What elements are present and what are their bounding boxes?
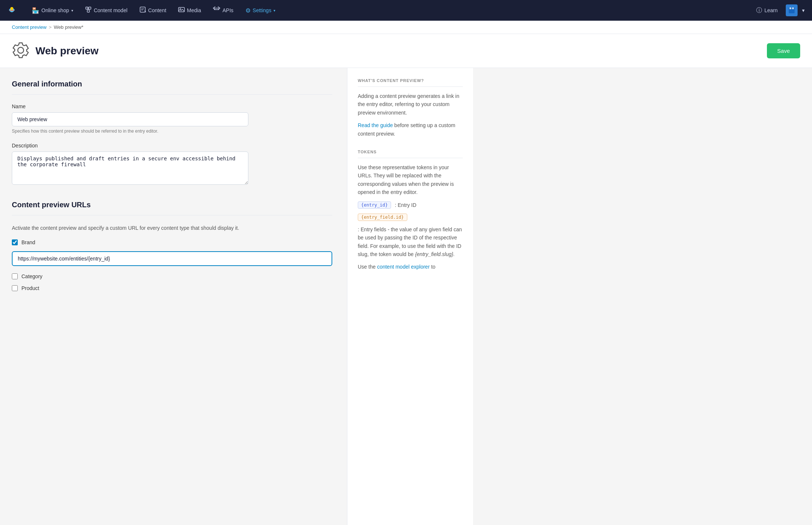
breadcrumb: Content preview > Web preview* <box>0 21 812 34</box>
nav-content-model[interactable]: Content model <box>80 3 133 17</box>
main-layout: General information Name Specifies how t… <box>0 68 812 525</box>
save-button[interactable]: Save <box>767 43 800 58</box>
svg-rect-3 <box>89 7 91 9</box>
read-guide-link[interactable]: Read the guide <box>358 122 393 128</box>
settings-gear-icon <box>12 41 30 60</box>
brand-checkbox-item: Brand <box>12 239 332 245</box>
content-preview-urls-title: Content preview URLs <box>12 201 332 215</box>
right-panel: WHAT'S CONTENT PREVIEW? Adding a content… <box>347 68 473 525</box>
content-model-explorer-link[interactable]: content model explorer <box>377 264 429 270</box>
name-hint: Specifies how this content preview shoul… <box>12 129 332 134</box>
entry-id-desc: : Entry ID <box>395 201 416 209</box>
info-circle-icon: ⓘ <box>756 7 762 14</box>
whats-content-preview-title: WHAT'S CONTENT PREVIEW? <box>358 78 463 87</box>
whats-content-preview-para1: Adding a content preview generates a lin… <box>358 92 463 117</box>
content-icon <box>139 6 146 14</box>
general-info-section: General information Name Specifies how t… <box>12 80 332 186</box>
brand-url-container <box>12 251 332 266</box>
urls-description: Activate the content preview and specify… <box>12 224 332 232</box>
svg-point-1 <box>10 7 13 10</box>
category-checkbox-item: Category <box>12 273 332 279</box>
svg-rect-16 <box>789 7 791 9</box>
page-title-area: Web preview <box>12 41 99 60</box>
svg-rect-17 <box>792 7 794 9</box>
settings-icon: ⚙ <box>245 7 251 14</box>
product-checkbox[interactable] <box>12 285 18 291</box>
nav-online-shop[interactable]: 🏪 Online shop ▾ <box>27 4 78 17</box>
breadcrumb-separator: > <box>49 24 52 30</box>
entry-field-id-desc: : Entry fields - the value of any given … <box>358 225 463 259</box>
tokens-title: TOKENS <box>358 150 463 158</box>
top-navigation: 🏪 Online shop ▾ Content model Content <box>0 0 812 21</box>
content-model-icon <box>85 6 92 14</box>
svg-point-12 <box>180 8 181 10</box>
description-field-group: Description <box>12 143 332 186</box>
name-field-group: Name Specifies how this content preview … <box>12 103 332 134</box>
nav-content[interactable]: Content <box>134 3 171 17</box>
tokens-description: Use these representative tokens in your … <box>358 163 463 197</box>
logo[interactable] <box>6 4 22 17</box>
svg-rect-4 <box>87 10 89 12</box>
entry-field-id-token-line: {entry_field.id} : Entry fields - the va… <box>358 214 463 259</box>
description-textarea[interactable] <box>12 151 248 185</box>
brand-label[interactable]: Brand <box>21 239 35 245</box>
breadcrumb-parent[interactable]: Content preview <box>12 24 47 30</box>
left-panel: General information Name Specifies how t… <box>0 68 347 525</box>
tokens-section: TOKENS Use these representative tokens i… <box>358 150 463 271</box>
content-preview-urls-section: Content preview URLs Activate the conten… <box>12 201 332 291</box>
entry-id-badge: {entry_id} <box>358 201 391 209</box>
product-label[interactable]: Product <box>21 285 39 291</box>
content-model-explorer-text: Use the content model explorer to <box>358 263 463 271</box>
user-menu-chevron[interactable]: ▾ <box>801 6 806 15</box>
page-header: Web preview Save <box>0 34 812 68</box>
media-icon <box>178 6 185 14</box>
product-checkbox-item: Product <box>12 285 332 291</box>
nav-learn[interactable]: ⓘ Learn <box>751 4 783 17</box>
user-avatar[interactable] <box>786 4 798 16</box>
brand-checkbox[interactable] <box>12 239 18 245</box>
whats-content-preview-para2: Read the guide before setting up a custo… <box>358 121 463 138</box>
description-label: Description <box>12 143 332 149</box>
apis-icon <box>213 6 220 14</box>
category-checkbox[interactable] <box>12 273 18 279</box>
online-shop-icon: 🏪 <box>32 7 39 14</box>
nav-settings[interactable]: ⚙ Settings ▾ <box>240 4 281 17</box>
entry-id-token-line: {entry_id} : Entry ID <box>358 201 463 209</box>
svg-rect-11 <box>179 7 184 12</box>
svg-rect-7 <box>140 7 145 12</box>
general-info-title: General information <box>12 80 332 95</box>
breadcrumb-current: Web preview* <box>54 24 84 30</box>
name-input[interactable] <box>12 112 248 126</box>
page-title: Web preview <box>35 45 99 57</box>
nav-apis[interactable]: APIs <box>208 3 239 17</box>
brand-url-input[interactable] <box>12 251 332 266</box>
chevron-down-icon: ▾ <box>71 8 73 13</box>
settings-chevron-icon: ▾ <box>274 8 275 13</box>
category-label[interactable]: Category <box>21 273 43 279</box>
nav-media[interactable]: Media <box>173 3 206 17</box>
whats-content-preview-section: WHAT'S CONTENT PREVIEW? Adding a content… <box>358 78 463 138</box>
entry-field-id-badge: {entry_field.id} <box>358 214 407 221</box>
name-label: Name <box>12 103 332 109</box>
